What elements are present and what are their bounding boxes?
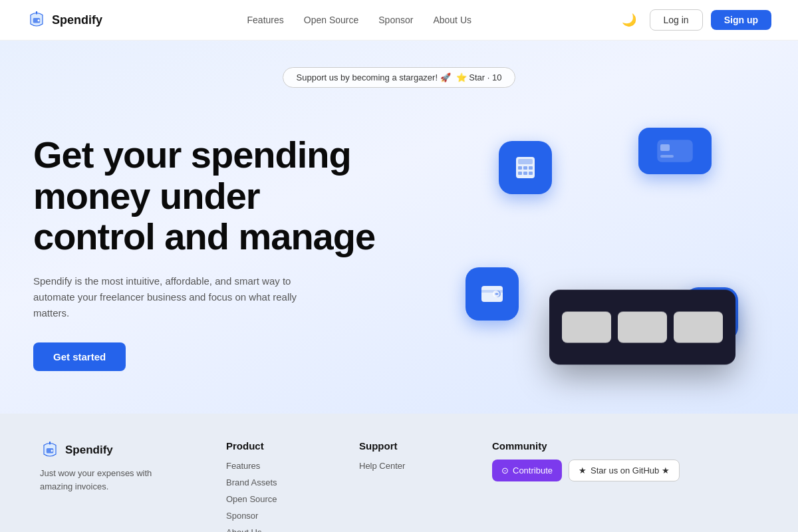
hero-subtitle: Spendify is the most intuitive, affordab… bbox=[33, 273, 326, 321]
footer-support-col: Support Help Center bbox=[359, 440, 439, 471]
signup-button[interactable]: Sign up bbox=[711, 10, 771, 30]
footer-link-about-us[interactable]: About Us bbox=[226, 527, 306, 532]
svg-rect-13 bbox=[660, 155, 674, 158]
hero-text: Get your spending money under control an… bbox=[33, 121, 379, 371]
footer-link-sponsor[interactable]: Sponsor bbox=[226, 511, 306, 521]
app-icon-wallet bbox=[466, 267, 519, 321]
svg-rect-6 bbox=[523, 166, 527, 170]
svg-rect-10 bbox=[529, 172, 533, 175]
nav-link-sponsor[interactable]: Sponsor bbox=[378, 15, 413, 25]
github-label: Star us on GitHub ★ bbox=[591, 466, 670, 475]
svg-rect-4 bbox=[518, 159, 533, 164]
footer-link-brand-assets[interactable]: Brand Assets bbox=[226, 477, 306, 487]
nav-link-features[interactable]: Features bbox=[247, 15, 284, 25]
nav-menu: Features Open Source Sponsor About Us bbox=[247, 14, 472, 26]
brand-name: Spendify bbox=[52, 13, 102, 27]
nav-item-opensource[interactable]: Open Source bbox=[304, 14, 359, 26]
get-started-button[interactable]: Get started bbox=[33, 342, 126, 371]
footer-link-open-source[interactable]: Open Source bbox=[226, 494, 306, 504]
hero-section: Support us by becoming a stargazer! 🚀 ⭐ … bbox=[0, 41, 798, 414]
footer-support-title: Support bbox=[359, 440, 439, 452]
nav-item-features[interactable]: Features bbox=[247, 14, 284, 26]
svg-rect-12 bbox=[660, 144, 670, 151]
svg-point-1 bbox=[38, 19, 40, 21]
brand-logo[interactable]: Spendify bbox=[27, 10, 102, 30]
footer-product-col: Product Features Brand Assets Open Sourc… bbox=[226, 440, 306, 532]
footer-community-title: Community bbox=[492, 440, 680, 452]
github-star-count: ⭐ Star · 10 bbox=[456, 72, 502, 82]
svg-rect-8 bbox=[518, 172, 522, 175]
hero-illustration bbox=[446, 121, 765, 374]
github-star-button[interactable]: ★ Star us on GitHub ★ bbox=[569, 460, 680, 481]
contribute-button[interactable]: ⊙ Contribute bbox=[492, 460, 562, 481]
navbar-actions: 🌙 Log in Sign up bbox=[616, 9, 771, 31]
hero-title: Get your spending money under control an… bbox=[33, 134, 379, 257]
footer-logo-icon bbox=[40, 440, 60, 460]
svg-rect-5 bbox=[518, 166, 522, 170]
footer-brand-title: Spendify bbox=[40, 440, 173, 460]
nav-link-aboutus[interactable]: About Us bbox=[433, 15, 471, 25]
contribute-label: Contribute bbox=[513, 466, 553, 475]
app-icon-calculator bbox=[499, 141, 552, 194]
dark-mode-toggle[interactable]: 🌙 bbox=[616, 10, 642, 30]
svg-rect-7 bbox=[529, 166, 533, 170]
footer-brand: Spendify Just wow your expenses with ama… bbox=[40, 440, 173, 493]
app-icon-card bbox=[638, 128, 712, 174]
phone-card-3 bbox=[674, 312, 723, 343]
phone-device bbox=[549, 290, 735, 365]
footer-brand-desc: Just wow your expenses with amazing invo… bbox=[40, 467, 173, 493]
footer-brand-name: Spendify bbox=[65, 444, 113, 457]
hero-content: Get your spending money under control an… bbox=[33, 121, 765, 374]
svg-point-2 bbox=[36, 11, 37, 13]
phone-card-1 bbox=[562, 312, 611, 343]
svg-point-22 bbox=[51, 450, 53, 452]
svg-rect-9 bbox=[523, 172, 527, 175]
login-button[interactable]: Log in bbox=[650, 9, 703, 31]
navbar: Spendify Features Open Source Sponsor Ab… bbox=[0, 0, 798, 41]
spendify-logo-icon bbox=[27, 10, 47, 30]
footer-link-features[interactable]: Features bbox=[226, 461, 306, 471]
nav-item-aboutus[interactable]: About Us bbox=[433, 14, 471, 26]
footer-link-help-center[interactable]: Help Center bbox=[359, 461, 439, 471]
stargazer-banner[interactable]: Support us by becoming a stargazer! 🚀 ⭐ … bbox=[283, 67, 516, 88]
contribute-icon: ⊙ bbox=[501, 466, 509, 475]
phone-card-2 bbox=[618, 312, 667, 343]
footer-product-title: Product bbox=[226, 440, 306, 452]
nav-link-opensource[interactable]: Open Source bbox=[304, 15, 359, 25]
svg-point-23 bbox=[49, 442, 51, 443]
footer: Spendify Just wow your expenses with ama… bbox=[0, 414, 798, 532]
nav-item-sponsor[interactable]: Sponsor bbox=[378, 14, 413, 26]
stargazer-text: Support us by becoming a stargazer! 🚀 bbox=[297, 72, 451, 82]
footer-community-buttons: ⊙ Contribute ★ Star us on GitHub ★ bbox=[492, 460, 680, 481]
github-icon: ★ bbox=[579, 466, 587, 475]
footer-community-col: Community ⊙ Contribute ★ Star us on GitH… bbox=[492, 440, 680, 481]
